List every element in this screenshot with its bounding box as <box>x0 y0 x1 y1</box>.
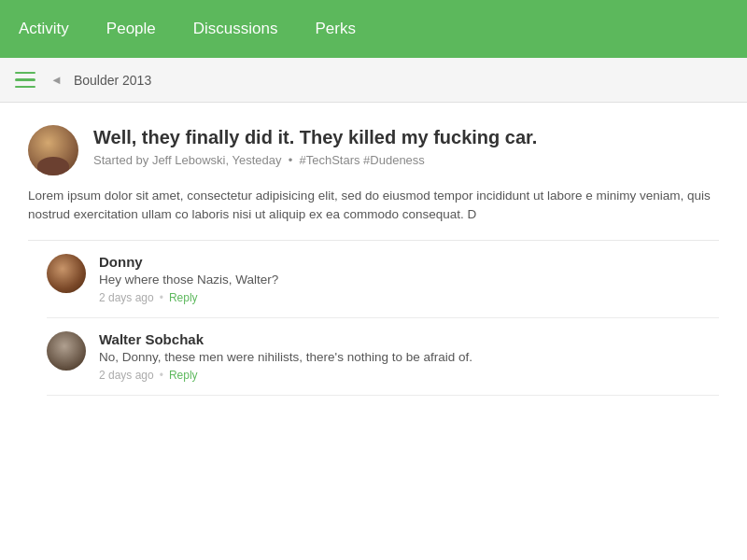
subheader: ◄ Boulder 2013 <box>0 58 747 103</box>
post-author-avatar <box>28 125 78 175</box>
reply-time: 2 days ago <box>99 369 154 382</box>
hamburger-menu-button[interactable] <box>15 72 35 89</box>
reply-content: Donny Hey where those Nazis, Walter? 2 d… <box>99 254 719 304</box>
reply-button[interactable]: Reply <box>169 369 198 382</box>
post-title: Well, they finally did it. They killed m… <box>93 125 719 149</box>
nav-item-discussions[interactable]: Discussions <box>193 16 278 42</box>
reply-text: Hey where those Nazis, Walter? <box>99 273 719 287</box>
nav-item-perks[interactable]: Perks <box>315 16 355 42</box>
reply-author-name: Walter Sobchak <box>99 331 719 347</box>
reply-footer: 2 days ago • Reply <box>99 291 719 304</box>
main-nav: Activity People Discussions Perks <box>0 0 747 58</box>
reply-button[interactable]: Reply <box>169 291 198 304</box>
main-content: Well, they finally did it. They killed m… <box>0 103 747 418</box>
reply-author-avatar <box>47 254 86 293</box>
reply-author-name: Donny <box>99 254 719 270</box>
post-content: Well, they finally did it. They killed m… <box>93 125 719 175</box>
nav-item-people[interactable]: People <box>106 16 156 42</box>
reply-time: 2 days ago <box>99 291 154 304</box>
post-meta: Started by Jeff Lebowski, Yesteday • #Te… <box>93 153 719 167</box>
nav-item-activity[interactable]: Activity <box>19 16 69 42</box>
reply-author-avatar <box>47 331 86 371</box>
reply-item: Donny Hey where those Nazis, Walter? 2 d… <box>47 241 719 318</box>
post-time: Yesteday <box>232 153 281 167</box>
replies-list: Donny Hey where those Nazis, Walter? 2 d… <box>28 241 719 396</box>
post-hashtags: #TechStars #Dudeness <box>299 153 424 167</box>
post-header: Well, they finally did it. They killed m… <box>28 125 719 175</box>
reply-text: No, Donny, these men were nihilists, the… <box>99 350 719 364</box>
post-started-by: Started by <box>93 153 148 167</box>
breadcrumb: Boulder 2013 <box>74 73 151 88</box>
post-body: Lorem ipsum dolor sit amet, consectetur … <box>28 187 719 241</box>
reply-item: Walter Sobchak No, Donny, these men were… <box>47 318 719 396</box>
post-author-name: Jeff Lebowski <box>152 153 226 167</box>
separator-dot: • <box>160 369 163 382</box>
breadcrumb-arrow-icon: ◄ <box>50 73 63 87</box>
reply-content: Walter Sobchak No, Donny, these men were… <box>99 331 719 382</box>
reply-footer: 2 days ago • Reply <box>99 369 719 382</box>
separator-dot: • <box>160 291 163 304</box>
